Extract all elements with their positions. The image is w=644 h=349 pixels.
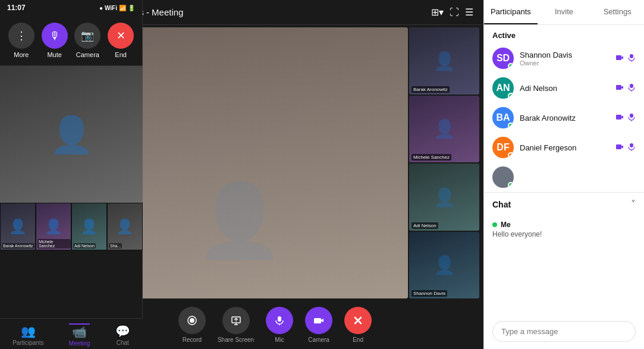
menu-icon[interactable]: ☰	[465, 7, 473, 18]
layout-icon[interactable]: ⊞▾	[431, 7, 444, 18]
participant-daniel: DF Daniel Fergeson	[484, 133, 644, 162]
svg-rect-5	[278, 316, 281, 322]
participant-name-adi: Adi Nelson	[520, 84, 610, 93]
mobile-nav-meeting[interactable]: 📹 Meeting	[69, 323, 90, 347]
side-video-3: 👤 Shannon Davis	[409, 232, 479, 299]
svg-point-1	[190, 318, 194, 323]
more-icon: ⋮	[8, 23, 34, 49]
end-call-label: End	[353, 337, 363, 343]
mobile-overlay: 11:07 ●WiFi📶🔋 ⋮ More 🎙 Mute 📷 Camera ✕ E…	[0, 0, 143, 349]
mic-button[interactable]: Mic	[266, 307, 293, 343]
video-icon-adi	[615, 83, 624, 93]
svg-rect-13	[616, 85, 621, 90]
mic-icon-daniel	[627, 143, 636, 153]
participants-nav-icon: 👥	[21, 324, 36, 338]
mic-icon-adi	[627, 83, 636, 93]
meeting-header-icons: ⊞▾ ⛶ ☰	[431, 7, 473, 18]
video-icon-barak	[615, 113, 624, 123]
svg-rect-10	[616, 55, 621, 60]
svg-rect-11	[630, 54, 633, 58]
chat-messages: Me Hello everyone!	[484, 216, 644, 243]
mobile-nav-participants[interactable]: 👥 Participants	[12, 324, 43, 346]
mic-icon	[266, 307, 293, 334]
mobile-thumb-label-3: Sha...	[109, 243, 122, 249]
more-label: More	[14, 51, 29, 58]
side-video-0: 👤 Barak Aronowitz	[409, 27, 479, 95]
end-label: End	[115, 51, 127, 58]
sidebar-content: Active SD Shannon Davis Owner	[484, 25, 644, 316]
side-video-label-3: Shannon Davis	[411, 290, 447, 297]
side-video-label-0: Barak Aronowitz	[411, 86, 450, 93]
chat-header[interactable]: Chat ˅	[484, 193, 644, 216]
participant-icons-adi	[615, 83, 636, 93]
svg-rect-17	[630, 114, 633, 118]
mobile-time: 11:07	[7, 4, 26, 12]
side-video-label-1: Michele Sanchez	[411, 154, 451, 161]
avatar-barak: BA	[492, 107, 514, 128]
share-screen-button[interactable]: Share Screen	[218, 307, 254, 343]
mobile-thumb-0: 👤 Barak Aronowitz	[0, 203, 36, 250]
status-dot-shannon	[508, 63, 514, 69]
sidebar-tabs: Participants Invite Settings	[484, 0, 644, 25]
tab-invite[interactable]: Invite	[538, 0, 591, 24]
camera-ctrl-label: Camera	[308, 337, 329, 343]
meeting-nav-icon: 📹	[72, 325, 87, 339]
mobile-thumb-3: 👤 Sha...	[107, 203, 143, 250]
tab-settings[interactable]: Settings	[590, 0, 644, 24]
mute-icon: 🎙	[42, 23, 68, 49]
avatar-adi: AN	[492, 77, 514, 99]
svg-rect-20	[630, 143, 633, 147]
mobile-thumb-2: 👤 Adi Nelson	[71, 203, 107, 250]
participant-name-daniel: Daniel Fergeson	[520, 143, 610, 152]
right-sidebar: Participants Invite Settings Active SD S…	[483, 0, 644, 349]
mobile-more-button[interactable]: ⋮ More	[8, 23, 34, 58]
mobile-end-button[interactable]: ✕ End	[108, 23, 134, 58]
mobile-nav-chat[interactable]: 💬 Chat	[115, 324, 130, 346]
chat-label: Chat	[492, 200, 511, 209]
participant-icons-daniel	[615, 143, 636, 153]
chat-chevron-icon: ˅	[631, 199, 636, 210]
mobile-thumb-row: 👤 Barak Aronowitz 👤 Michele Sanchez 👤 Ad…	[0, 203, 143, 250]
participant-barak: BA Barak Aronowitz	[484, 103, 644, 133]
fullscreen-icon[interactable]: ⛶	[450, 7, 459, 18]
record-label: Record	[183, 337, 202, 343]
record-button[interactable]: Record	[178, 307, 206, 343]
video-icon-daniel	[615, 143, 624, 153]
mobile-status-icons: ●WiFi📶🔋	[99, 5, 135, 11]
mic-icon-barak	[627, 113, 636, 123]
mobile-thumb-1: 👤 Michele Sanchez	[36, 203, 71, 250]
chat-section: Chat ˅ Me Hello everyone!	[484, 192, 644, 243]
status-dot-extra	[508, 182, 514, 188]
participant-adi: AN Adi Nelson	[484, 73, 644, 103]
chat-nav-icon: 💬	[115, 324, 130, 338]
status-dot-barak	[508, 122, 514, 128]
active-label: Active	[484, 25, 644, 43]
svg-rect-19	[616, 144, 621, 149]
mobile-mute-button[interactable]: 🎙 Mute	[42, 23, 68, 58]
mobile-bottom-nav: 👥 Participants 📹 Meeting 💬 Chat	[0, 318, 143, 349]
tab-participants[interactable]: Participants	[484, 0, 538, 24]
mute-label: Mute	[47, 51, 61, 58]
participant-name-shannon: Shannon Davis	[520, 51, 610, 59]
svg-rect-14	[630, 84, 633, 88]
avatar-shannon: SD	[492, 48, 514, 69]
end-icon: ✕	[108, 23, 134, 49]
side-video-1: 👤 Michele Sanchez	[409, 96, 479, 163]
avatar-extra	[492, 166, 514, 188]
mobile-thumb-label-0: Barak Aronowitz	[2, 243, 34, 249]
end-call-button[interactable]: End	[344, 307, 372, 343]
chat-message-input[interactable]	[492, 321, 636, 342]
svg-rect-16	[616, 115, 621, 120]
mobile-camera-button[interactable]: 📷 Camera	[74, 23, 100, 58]
status-dot-daniel	[508, 152, 514, 158]
chat-msg-sender-0: Me	[492, 221, 636, 229]
mobile-controls: ⋮ More 🎙 Mute 📷 Camera ✕ End	[0, 15, 142, 66]
side-video-label-2: Adi Nelson	[411, 222, 438, 229]
avatar-daniel: DF	[492, 137, 514, 158]
mobile-main-video: 👤	[0, 66, 143, 203]
participant-shannon: SD Shannon Davis Owner	[484, 43, 644, 73]
video-icon-shannon	[615, 54, 624, 64]
participant-icons-shannon	[615, 54, 636, 64]
camera-button[interactable]: Camera	[305, 307, 332, 343]
share-screen-label: Share Screen	[218, 337, 254, 343]
